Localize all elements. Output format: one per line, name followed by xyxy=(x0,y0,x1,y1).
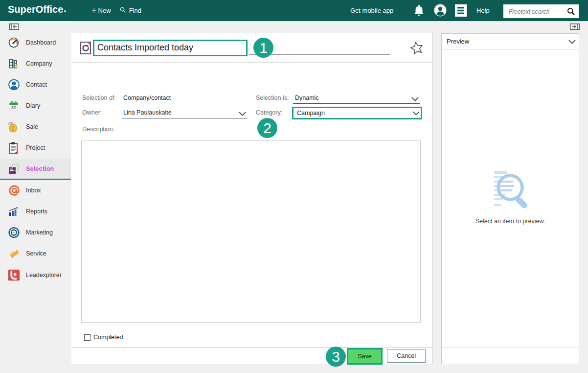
svg-text:30: 30 xyxy=(11,104,17,110)
svg-text:€: € xyxy=(11,125,15,132)
